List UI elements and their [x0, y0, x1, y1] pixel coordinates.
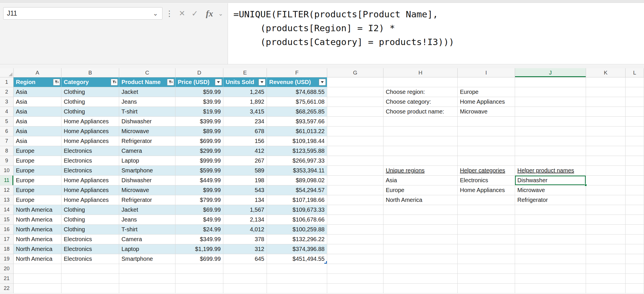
cell-i21[interactable] [458, 274, 515, 284]
cell-j8[interactable] [515, 146, 586, 156]
cell-k5[interactable] [586, 117, 626, 126]
cell-l9[interactable] [626, 156, 644, 166]
cell-l5[interactable] [626, 117, 644, 126]
cell-c10[interactable]: Smartphone [119, 166, 175, 176]
cell-f15[interactable]: $106,678.66 [267, 215, 327, 225]
insert-function-icon[interactable]: fx [203, 7, 216, 20]
cell-d4[interactable]: $19.99 [175, 107, 223, 117]
cell-a19[interactable]: North America [14, 254, 61, 264]
cell-j14[interactable] [515, 205, 586, 215]
column-header-b[interactable]: B [61, 68, 119, 77]
cell-k12[interactable] [586, 185, 626, 195]
cell-e1[interactable]: Units Sold [223, 77, 267, 87]
cell-g8[interactable] [327, 146, 383, 156]
cell-a20[interactable] [14, 264, 61, 274]
cell-c3[interactable]: Jeans [119, 97, 175, 107]
cell-a4[interactable]: Asia [14, 107, 61, 117]
cell-i15[interactable] [458, 215, 515, 225]
cell-j15[interactable] [515, 215, 586, 225]
cell-j9[interactable] [515, 156, 586, 166]
cell-c7[interactable]: Refrigerator [119, 136, 175, 146]
cell-g15[interactable] [327, 215, 383, 225]
cell-g5[interactable] [327, 117, 383, 126]
cell-h21[interactable] [383, 274, 458, 284]
cell-f9[interactable]: $266,997.33 [267, 156, 327, 166]
filter-button-region[interactable] [53, 79, 60, 85]
row-header-3[interactable]: 3 [0, 97, 14, 107]
cell-i2[interactable]: Europe [458, 87, 515, 97]
cell-d19[interactable]: $699.99 [175, 254, 223, 264]
cell-a15[interactable]: North America [14, 215, 61, 225]
row-header-8[interactable]: 8 [0, 146, 14, 156]
cell-b17[interactable]: Electronics [61, 235, 119, 244]
cell-k6[interactable] [586, 126, 626, 136]
cell-i3[interactable]: Home Appliances [458, 97, 515, 107]
cell-f11[interactable]: $89,098.02 [267, 176, 327, 185]
formula-bar-splitter-icon[interactable]: ⋮ [166, 7, 173, 20]
cell-k10[interactable] [586, 166, 626, 176]
cell-c19[interactable]: Smartphone [119, 254, 175, 264]
cell-b22[interactable] [61, 284, 119, 293]
cell-i17[interactable] [458, 235, 515, 244]
cell-g16[interactable] [327, 225, 383, 235]
cell-l21[interactable] [626, 274, 644, 284]
cell-a17[interactable]: North America [14, 235, 61, 244]
cell-i8[interactable] [458, 146, 515, 156]
cell-h5[interactable] [383, 117, 458, 126]
cell-i10[interactable]: Helper categories [458, 166, 515, 176]
cell-e10[interactable]: 589 [223, 166, 267, 176]
cell-g1[interactable] [327, 77, 383, 87]
cell-j2[interactable] [515, 87, 586, 97]
cell-f22[interactable] [267, 284, 327, 293]
cell-d12[interactable]: $99.99 [175, 185, 223, 195]
row-header-9[interactable]: 9 [0, 156, 14, 166]
cell-e14[interactable]: 1,567 [223, 205, 267, 215]
row-header-6[interactable]: 6 [0, 126, 14, 136]
row-header-4[interactable]: 4 [0, 107, 14, 117]
cell-h6[interactable] [383, 126, 458, 136]
cell-d11[interactable]: $449.99 [175, 176, 223, 185]
cell-e5[interactable]: 234 [223, 117, 267, 126]
cell-g4[interactable] [327, 107, 383, 117]
cell-d10[interactable]: $599.99 [175, 166, 223, 176]
cell-l1[interactable] [626, 77, 644, 87]
name-box-dropdown-icon[interactable]: ⌄ [153, 10, 158, 17]
cell-i13[interactable] [458, 195, 515, 205]
filter-button-units-sold[interactable] [259, 79, 265, 85]
cell-f14[interactable]: $109,673.33 [267, 205, 327, 215]
cell-k8[interactable] [586, 146, 626, 156]
row-header-17[interactable]: 17 [0, 235, 14, 244]
cell-k4[interactable] [586, 107, 626, 117]
cell-f7[interactable]: $109,198.44 [267, 136, 327, 146]
cell-f19[interactable]: $451,494.55 [267, 254, 327, 264]
cell-i16[interactable] [458, 225, 515, 235]
cell-b15[interactable]: Clothing [61, 215, 119, 225]
cell-j7[interactable] [515, 136, 586, 146]
cell-e22[interactable] [223, 284, 267, 293]
cell-b18[interactable]: Electronics [61, 244, 119, 254]
enter-icon[interactable]: ✓ [189, 7, 201, 20]
cell-a11[interactable]: Europe [14, 176, 61, 185]
row-header-22[interactable]: 22 [0, 284, 14, 293]
cell-i11[interactable]: Electronics [458, 176, 515, 185]
cell-g6[interactable] [327, 126, 383, 136]
cell-h13[interactable]: North America [383, 195, 458, 205]
cell-j12[interactable]: Microwave [515, 185, 586, 195]
cell-g19[interactable] [327, 254, 383, 264]
cell-l15[interactable] [626, 215, 644, 225]
filter-button-category[interactable] [111, 79, 118, 85]
cell-b1[interactable]: Category [61, 77, 119, 87]
cell-c15[interactable]: Jeans [119, 215, 175, 225]
cell-l12[interactable] [626, 185, 644, 195]
row-header-5[interactable]: 5 [0, 117, 14, 126]
cell-i20[interactable] [458, 264, 515, 274]
filter-button-product-name[interactable] [167, 79, 174, 85]
cell-d17[interactable]: $349.99 [175, 235, 223, 244]
cell-e21[interactable] [223, 274, 267, 284]
cell-f17[interactable]: $132,296.22 [267, 235, 327, 244]
cancel-icon[interactable]: ✕ [176, 7, 188, 20]
row-header-2[interactable]: 2 [0, 87, 14, 97]
cell-j19[interactable] [515, 254, 586, 264]
cell-b12[interactable]: Home Appliances [61, 185, 119, 195]
row-header-15[interactable]: 15 [0, 215, 14, 225]
